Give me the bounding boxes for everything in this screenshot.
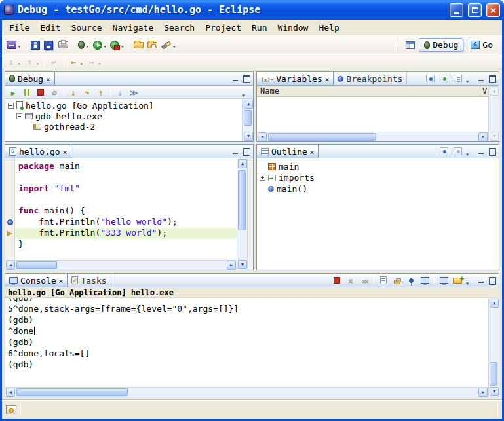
editor-code[interactable]: package mainimport "fmt"func main() { fm…: [15, 158, 237, 260]
gutter-row[interactable]: [5, 172, 14, 183]
menu-search[interactable]: Search: [159, 22, 200, 34]
run-button[interactable]: [91, 38, 109, 52]
scroll-up-icon[interactable]: [490, 299, 499, 308]
scroll-track[interactable]: [489, 96, 499, 131]
maximize-view-icon[interactable]: [242, 147, 251, 156]
fast-view-icon[interactable]: [6, 405, 16, 414]
show-logical-button[interactable]: [438, 73, 450, 84]
tab-tasks[interactable]: Tasks: [68, 274, 111, 287]
editor-gutter[interactable]: [5, 158, 15, 260]
menu-file[interactable]: File: [4, 22, 35, 34]
gutter-row[interactable]: [5, 161, 14, 172]
scroll-track[interactable]: [243, 109, 253, 131]
variables-hscrollbar[interactable]: [257, 132, 488, 141]
code-line[interactable]: }: [15, 239, 237, 250]
overview-ruler[interactable]: [247, 158, 253, 270]
scroll-thumb[interactable]: [268, 133, 376, 141]
run-last-button[interactable]: [108, 38, 126, 52]
menu-source[interactable]: Source: [66, 22, 107, 34]
disconnect-button[interactable]: [48, 86, 60, 98]
menu-run[interactable]: Run: [246, 22, 272, 34]
gutter-row[interactable]: [5, 183, 14, 194]
console-line[interactable]: ^done: [8, 326, 486, 337]
gutter-row[interactable]: [5, 228, 14, 239]
console-line[interactable]: (gdb): [8, 359, 486, 371]
resume-button[interactable]: [7, 86, 19, 98]
prev-annotation-button[interactable]: [23, 55, 41, 69]
outline-tree[interactable]: mainimportsmain(): [257, 158, 499, 270]
variables-table[interactable]: [257, 97, 488, 132]
drop-to-frame-button[interactable]: [114, 86, 126, 98]
minimize-view-icon[interactable]: [231, 147, 240, 156]
step-over-button[interactable]: [81, 86, 93, 98]
scroll-track[interactable]: [489, 308, 499, 386]
close-tab-icon[interactable]: [59, 276, 64, 285]
minimize-view-icon[interactable]: [231, 74, 240, 83]
new-wizard-button[interactable]: [5, 38, 23, 52]
gutter-row[interactable]: [5, 239, 14, 250]
console-vscrollbar[interactable]: [488, 298, 499, 397]
console-line[interactable]: (gdb): [8, 298, 486, 304]
tree-row[interactable]: main: [257, 161, 499, 172]
sort-outline-button[interactable]: [438, 146, 450, 157]
tab-variables[interactable]: Variables: [257, 72, 334, 85]
print-button[interactable]: [56, 38, 70, 52]
maximize-view-icon[interactable]: [488, 74, 497, 83]
console-hscrollbar[interactable]: [5, 387, 488, 397]
suspend-button[interactable]: [21, 86, 33, 98]
scroll-left-icon[interactable]: [258, 132, 267, 141]
terminate-button[interactable]: [331, 275, 343, 286]
console-line[interactable]: (gdb): [8, 337, 486, 348]
scroll-track[interactable]: [237, 169, 247, 259]
open-perspective-button[interactable]: [404, 38, 417, 52]
close-button[interactable]: [486, 3, 500, 17]
menu-navigate[interactable]: Navigate: [107, 22, 159, 34]
display-console-button[interactable]: [438, 275, 450, 286]
expander-plus-icon[interactable]: [260, 175, 265, 181]
tab-outline[interactable]: Outline: [257, 145, 319, 158]
debug-vscrollbar[interactable]: [242, 99, 253, 141]
maximize-view-icon[interactable]: [488, 276, 497, 285]
open-console-button[interactable]: [452, 275, 463, 286]
minimize-view-icon[interactable]: [476, 276, 486, 285]
console-line[interactable]: 6^done,locals=[]: [8, 348, 486, 359]
close-tab-icon[interactable]: [46, 74, 50, 84]
tree-row[interactable]: imports: [257, 172, 499, 183]
scroll-thumb[interactable]: [16, 261, 57, 269]
show-console-button[interactable]: [419, 275, 431, 286]
scroll-up-icon[interactable]: [238, 159, 247, 168]
close-tab-icon[interactable]: [310, 147, 315, 156]
scroll-thumb[interactable]: [244, 110, 252, 126]
minimize-button[interactable]: [450, 3, 463, 17]
titlebar[interactable]: Debug - testGo/src/cmd/hello.go - Eclips…: [0, 0, 504, 20]
expander-minus-icon[interactable]: [8, 103, 14, 109]
variables-vscrollbar[interactable]: [488, 86, 499, 141]
maximize-button[interactable]: [468, 3, 482, 17]
menu-project[interactable]: Project: [200, 22, 246, 34]
scroll-right-icon[interactable]: [227, 261, 236, 270]
step-into-button[interactable]: [68, 86, 79, 98]
minimize-view-icon[interactable]: [476, 74, 486, 83]
pin-console-button[interactable]: [405, 275, 417, 286]
open-resource-button[interactable]: [145, 38, 159, 52]
menu-edit[interactable]: Edit: [35, 22, 66, 34]
gutter-row[interactable]: [5, 206, 14, 217]
scroll-up-icon[interactable]: [244, 100, 253, 109]
tab-editor-hello-go[interactable]: hello.go: [5, 145, 71, 158]
console-line[interactable]: (gdb): [8, 315, 486, 326]
close-tab-icon[interactable]: [63, 147, 68, 156]
tree-row[interactable]: main(): [257, 183, 499, 194]
menu-help[interactable]: Help: [313, 22, 344, 34]
view-menu-icon[interactable]: [465, 147, 475, 156]
clear-console-button[interactable]: [378, 275, 389, 286]
debug-button[interactable]: [76, 38, 91, 52]
code-line[interactable]: [15, 194, 237, 206]
new-folder-button[interactable]: [132, 38, 145, 52]
current-debug-line[interactable]: fmt.Println("333 world");: [15, 228, 237, 239]
terminate-button[interactable]: [35, 86, 47, 98]
debug-tree[interactable]: hello.go [Go Application]gdb-hello.exego…: [5, 99, 242, 141]
tab-debug[interactable]: Debug: [5, 72, 55, 85]
console-output[interactable]: (gdb)5^done,stack-args=[frame={level="0"…: [5, 298, 488, 387]
code-line[interactable]: [15, 172, 237, 183]
tab-breakpoints[interactable]: Breakpoints: [334, 72, 407, 85]
